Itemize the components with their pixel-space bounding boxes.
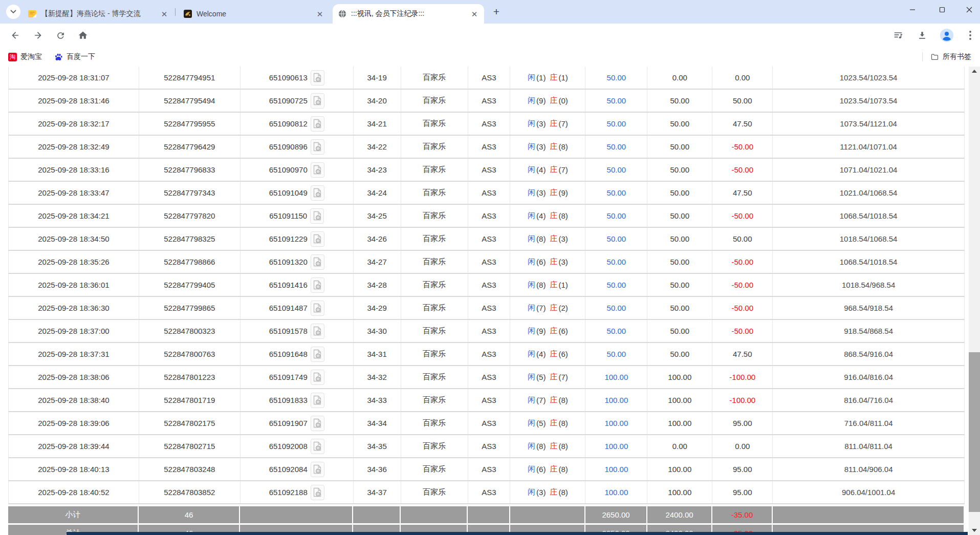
scroll-up-icon[interactable] <box>969 67 980 76</box>
cell-bet-amount: 50.00 <box>585 228 647 250</box>
video-replay-icon[interactable] <box>310 208 324 224</box>
bookmark-baidu[interactable]: 百度一下 <box>51 50 98 63</box>
cell-valid-amount: 0.00 <box>647 67 712 89</box>
cell-bet-id: 522847797343 <box>139 182 241 204</box>
cell-bet-id: 522847801719 <box>139 389 241 411</box>
cell-bet-amount: 100.00 <box>585 458 647 480</box>
media-controls-icon[interactable] <box>892 29 904 41</box>
cell-game-id: 651091749 <box>241 366 354 388</box>
tab-title: :::视讯, 会员下注纪录::: <box>351 9 466 18</box>
table-row: 2025-09-28 18:37:00 522847800323 6510915… <box>8 320 965 343</box>
cell-game-name: 百家乐 <box>401 136 468 158</box>
video-replay-icon[interactable] <box>311 162 324 178</box>
cell-bet-amount: 50.00 <box>585 320 647 342</box>
game-id-text: 651091049 <box>269 188 308 197</box>
window-minimize-button[interactable] <box>901 0 924 19</box>
video-replay-icon[interactable] <box>311 439 324 454</box>
cell-table-code: AS3 <box>468 389 511 411</box>
video-replay-icon[interactable] <box>311 139 324 155</box>
video-replay-icon[interactable] <box>311 254 324 270</box>
tab-bet-record[interactable]: :::视讯, 会员下注纪录::: ✕ <box>333 4 484 24</box>
reload-icon[interactable] <box>54 29 67 41</box>
cell-balance: 968.54/918.54 <box>773 297 965 319</box>
video-replay-icon[interactable] <box>311 485 324 500</box>
cell-round: 34-28 <box>354 274 401 296</box>
downloads-icon[interactable] <box>916 29 928 41</box>
table-row: 2025-09-28 18:40:52 522847803852 6510921… <box>8 481 965 504</box>
tab-forum[interactable]: 【新提醒】海燕论坛 - 博学交流 ✕ <box>23 4 174 24</box>
cell-game-id: 651090725 <box>241 90 354 112</box>
tab-welcome[interactable]: Welcome ✕ <box>178 4 330 24</box>
cell-table-code: AS3 <box>468 136 511 158</box>
cell-bet-id: 522847794951 <box>139 67 241 89</box>
cell-table-code: AS3 <box>468 113 511 135</box>
back-icon[interactable] <box>9 29 21 41</box>
cell-time: 2025-09-28 18:36:01 <box>9 274 139 296</box>
forward-icon[interactable] <box>32 29 44 41</box>
new-tab-button[interactable]: + <box>490 6 503 18</box>
game-id-text: 651092188 <box>269 488 308 497</box>
player-label: 闲 <box>528 142 535 152</box>
cell-result: 闲(5) 庄(8) <box>510 412 585 434</box>
video-replay-icon[interactable] <box>311 116 324 132</box>
window-maximize-button[interactable] <box>930 0 954 19</box>
video-replay-icon[interactable] <box>311 462 324 477</box>
window-close-button[interactable] <box>958 0 980 19</box>
video-replay-icon[interactable] <box>311 185 324 201</box>
kebab-menu-icon[interactable] <box>964 29 976 41</box>
bookmark-label: 爱淘宝 <box>20 52 42 61</box>
cell-bet-amount: 100.00 <box>585 366 647 388</box>
tab-close-icon[interactable]: ✕ <box>470 9 479 18</box>
scroll-down-icon[interactable] <box>969 526 980 535</box>
tab-title: 【新提醒】海燕论坛 - 博学交流 <box>41 9 156 18</box>
cell-valid-amount: 50.00 <box>647 343 712 365</box>
tab-close-icon[interactable]: ✕ <box>160 9 169 18</box>
cell-game-name: 百家乐 <box>401 389 468 411</box>
cell-round: 34-27 <box>354 251 401 273</box>
cell-valid-amount: 50.00 <box>647 297 712 319</box>
video-replay-icon[interactable] <box>311 370 324 385</box>
table-row: 2025-09-28 18:37:31 522847800763 6510916… <box>8 343 965 366</box>
tab-close-icon[interactable]: ✕ <box>315 9 324 18</box>
cell-game-id: 651092084 <box>241 458 354 480</box>
home-icon[interactable] <box>77 29 89 41</box>
banker-label: 庄 <box>550 280 557 290</box>
video-replay-icon[interactable] <box>311 70 324 85</box>
player-label: 闲 <box>528 188 535 198</box>
cell-table-code: AS3 <box>468 182 511 204</box>
table-body: 2025-09-28 18:31:07 522847794951 6510906… <box>8 67 965 504</box>
cell-win-loss: -50.00 <box>712 205 773 227</box>
vertical-scrollbar[interactable] <box>969 67 980 535</box>
scrollbar-thumb[interactable] <box>969 352 980 512</box>
video-replay-icon[interactable] <box>311 347 324 362</box>
cell-table-code: AS3 <box>468 228 511 250</box>
cell-win-loss: 95.00 <box>712 458 773 480</box>
cell-result: 闲(7) 庄(2) <box>510 297 585 319</box>
video-replay-icon[interactable] <box>311 324 324 339</box>
cell-time: 2025-09-28 18:38:06 <box>9 366 139 388</box>
player-label: 闲 <box>528 441 535 451</box>
cell-result: 闲(8) 庄(1) <box>510 274 585 296</box>
cell-table-code: AS3 <box>468 366 511 388</box>
all-bookmarks-button[interactable]: 所有书签 <box>927 50 974 63</box>
profile-avatar[interactable] <box>940 28 954 42</box>
table-row: 2025-09-28 18:31:46 522847795494 6510907… <box>8 90 965 113</box>
cell-balance: 1071.04/1021.04 <box>773 159 965 181</box>
bookmark-taobao[interactable]: 淘 爱淘宝 <box>5 50 45 63</box>
player-label: 闲 <box>528 303 535 313</box>
video-replay-icon[interactable] <box>311 393 324 408</box>
taobao-icon: 淘 <box>8 53 17 61</box>
video-replay-icon[interactable] <box>311 416 324 431</box>
cell-win-loss: 50.00 <box>712 90 773 112</box>
cell-game-name: 百家乐 <box>401 159 468 181</box>
cell-game-name: 百家乐 <box>401 366 468 388</box>
video-replay-icon[interactable] <box>311 231 324 247</box>
tab-search-chevron-icon[interactable] <box>6 5 20 19</box>
cell-game-id: 651090896 <box>241 136 354 158</box>
game-id-text: 651091320 <box>269 258 308 266</box>
video-replay-icon[interactable] <box>311 93 324 109</box>
cell-balance: 906.04/1001.04 <box>773 481 965 503</box>
cell-balance: 868.54/916.04 <box>773 343 965 365</box>
video-replay-icon[interactable] <box>311 277 324 293</box>
video-replay-icon[interactable] <box>311 301 324 316</box>
